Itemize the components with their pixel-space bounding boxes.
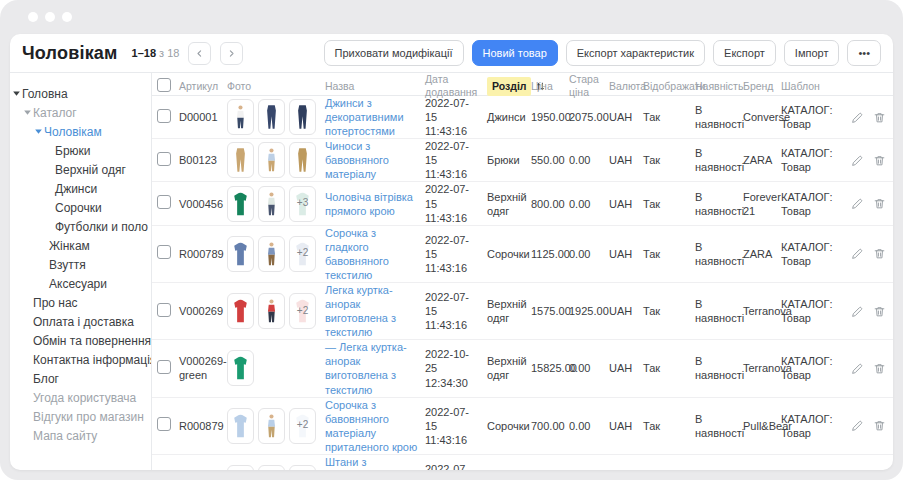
product-photo[interactable] — [227, 186, 254, 222]
product-link[interactable]: Штани з бавовняного матеріалу прямого кр… — [325, 456, 395, 470]
import-button[interactable]: Імпорт — [784, 40, 840, 66]
edit-button[interactable] — [851, 362, 864, 375]
product-photo[interactable] — [227, 236, 254, 272]
more-actions-button[interactable]: ••• — [847, 40, 881, 66]
select-all-checkbox[interactable] — [157, 78, 171, 92]
row-checkbox[interactable] — [157, 245, 171, 259]
sidebar-item-women[interactable]: Жінкам — [10, 237, 151, 256]
traffic-light-dot — [62, 12, 72, 22]
sidebar-item-label: Відгуки про магазин — [33, 410, 144, 424]
product-photo[interactable] — [227, 465, 254, 470]
pants-photo — [231, 469, 250, 470]
more-photos-badge[interactable]: +3 — [289, 186, 316, 222]
sidebar-item-payment-delivery[interactable]: Оплата і доставка — [10, 313, 151, 332]
sidebar-item-sitemap[interactable]: Мапа сайту — [10, 427, 151, 446]
sidebar-item-reviews[interactable]: Відгуки про магазин — [10, 408, 151, 427]
cell-checkbox — [157, 109, 179, 126]
sidebar-item-label: Футболки и поло — [55, 220, 148, 234]
product-photo[interactable] — [258, 465, 285, 470]
delete-button[interactable] — [873, 111, 886, 124]
product-link[interactable]: — Легка куртка-анорак виготовлена з текс… — [325, 341, 407, 395]
edit-button[interactable] — [851, 419, 864, 432]
edit-button[interactable] — [851, 154, 864, 167]
product-photo[interactable] — [227, 142, 254, 178]
product-photo[interactable] — [258, 186, 285, 222]
column-header[interactable]: Фото — [227, 80, 325, 93]
delete-button[interactable] — [873, 362, 886, 375]
product-photo[interactable] — [258, 293, 285, 329]
sidebar-item-jeans[interactable]: Джинси — [10, 180, 151, 199]
sidebar-item-blog[interactable]: Блог — [10, 370, 151, 389]
row-checkbox[interactable] — [157, 360, 171, 374]
product-photo[interactable] — [227, 99, 254, 135]
pagination-prev-button[interactable] — [188, 42, 211, 65]
column-header[interactable]: Артикул — [179, 80, 227, 93]
column-header[interactable]: Наявність — [695, 80, 743, 93]
more-photos-badge[interactable]: +2 — [289, 236, 316, 272]
column-header[interactable]: Стара ціна — [569, 73, 609, 100]
sidebar-item-men[interactable]: Чоловікам — [10, 123, 151, 142]
product-photo[interactable] — [258, 99, 285, 135]
product-photo[interactable] — [227, 293, 254, 329]
delete-button[interactable] — [873, 305, 886, 318]
row-checkbox[interactable] — [157, 195, 171, 209]
product-link[interactable]: Легка куртка-анорак виготовлена з тексти… — [325, 284, 396, 338]
delete-button[interactable] — [873, 197, 886, 210]
column-header[interactable]: Валюта — [609, 80, 643, 93]
column-header[interactable]: Ціна — [531, 80, 569, 93]
cell-date-added: 2022-07-15 11:43:16 — [425, 462, 487, 470]
sidebar-item-user-agreement[interactable]: Угода користувача — [10, 389, 151, 408]
sidebar-item-catalog[interactable]: Каталог — [10, 104, 151, 123]
column-header[interactable]: Відображати — [643, 80, 695, 93]
sidebar-item-home[interactable]: Головна — [10, 85, 151, 104]
edit-button[interactable] — [851, 111, 864, 124]
traffic-light-dot — [45, 12, 55, 22]
product-link[interactable]: Чоловіча вітрівка прямого крою — [325, 191, 413, 217]
cell-visible: Так — [643, 197, 695, 211]
cell-name: Штани з бавовняного матеріалу прямого кр… — [325, 455, 425, 470]
edit-button[interactable] — [851, 247, 864, 260]
delete-button[interactable] — [873, 247, 886, 260]
column-header[interactable]: Бренд — [743, 80, 781, 93]
product-photo[interactable] — [289, 142, 316, 178]
sidebar-item-tshirts-polo[interactable]: Футболки и поло — [10, 218, 151, 237]
product-photo[interactable] — [258, 408, 285, 444]
edit-button[interactable] — [851, 197, 864, 210]
sidebar-item-about[interactable]: Про нас — [10, 294, 151, 313]
row-checkbox[interactable] — [157, 303, 171, 317]
sidebar-item-outerwear[interactable]: Верхній одяг — [10, 161, 151, 180]
pagination-next-button[interactable] — [220, 42, 243, 65]
delete-button[interactable] — [873, 154, 886, 167]
hide-modifications-button[interactable]: Приховати модифікації — [324, 40, 464, 66]
product-link[interactable]: Чиноси з бавовняного матеріалу — [325, 140, 389, 180]
product-photo[interactable] — [289, 99, 316, 135]
export-button[interactable]: Експорт — [713, 40, 776, 66]
product-link[interactable]: Сорочка з гладкого бавовняного текстилю — [325, 227, 389, 281]
sidebar-item-shoes[interactable]: Взуття — [10, 256, 151, 275]
edit-button[interactable] — [851, 305, 864, 318]
row-checkbox[interactable] — [157, 152, 171, 166]
column-header[interactable]: Назва — [325, 80, 425, 93]
more-photos-badge[interactable]: +2 — [289, 293, 316, 329]
sidebar-item-trousers[interactable]: Брюки — [10, 142, 151, 161]
product-photo[interactable] — [227, 408, 254, 444]
new-product-button[interactable]: Новий товар — [472, 40, 558, 66]
product-photo[interactable] — [258, 236, 285, 272]
row-checkbox[interactable] — [157, 417, 171, 431]
sidebar-item-exchange-return[interactable]: Обмін та повернення — [10, 332, 151, 351]
sidebar-item-contacts[interactable]: Контактна інформація — [10, 351, 151, 370]
product-photo[interactable] — [258, 142, 285, 178]
more-photos-badge[interactable]: +2 — [289, 465, 316, 470]
column-header[interactable]: Шаблон — [781, 80, 851, 93]
more-photos-badge[interactable]: +2 — [289, 408, 316, 444]
sidebar-item-shirts[interactable]: Сорочки — [10, 199, 151, 218]
delete-button[interactable] — [873, 419, 886, 432]
more-photos-count: +2 — [297, 305, 308, 318]
sidebar-item-accessories[interactable]: Аксесуари — [10, 275, 151, 294]
row-checkbox[interactable] — [157, 109, 171, 123]
export-characteristics-button[interactable]: Експорт характеристик — [566, 40, 705, 66]
product-photo[interactable] — [227, 350, 254, 386]
product-link[interactable]: Джинси з декоративними потертостями — [325, 97, 404, 137]
column-header[interactable]: Розділ — [487, 77, 531, 96]
product-link[interactable]: Сорочка з бавовняного матеріалу притален… — [325, 399, 417, 453]
